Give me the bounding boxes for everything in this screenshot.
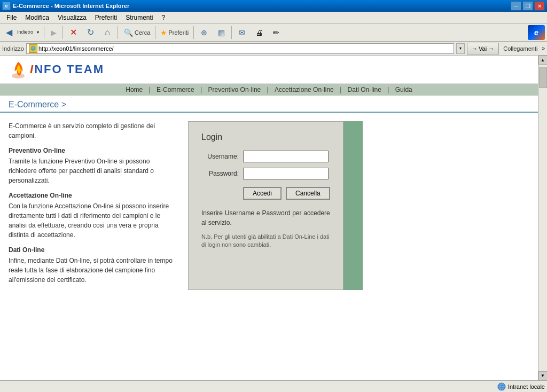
address-input[interactable] bbox=[38, 45, 451, 52]
form-buttons: Accedi Cancella bbox=[243, 187, 330, 200]
back-button[interactable]: ◀ bbox=[2, 25, 16, 40]
menu-strumenti[interactable]: Strumenti bbox=[121, 13, 157, 22]
title-bar-buttons: ─ ❐ ✕ bbox=[511, 1, 545, 11]
address-input-wrap: 🌐 bbox=[26, 43, 454, 54]
ie-title-icon: e bbox=[2, 2, 11, 10]
section3-body: Infine, mediante Dati On-line, si potrà … bbox=[9, 256, 179, 285]
password-label: Password: bbox=[201, 170, 239, 177]
section3-title: Dati On-line bbox=[9, 245, 179, 255]
history-icon: ▦ bbox=[216, 27, 226, 38]
page-icon: 🌐 bbox=[29, 44, 37, 53]
search-button[interactable]: 🔍 Cerca bbox=[120, 25, 153, 40]
print-button[interactable]: 🖨 bbox=[251, 25, 267, 40]
home-icon: ⌂ bbox=[102, 27, 113, 38]
scroll-down-button[interactable]: ▼ bbox=[538, 371, 548, 380]
page-title: E-Commerce > bbox=[9, 100, 66, 109]
address-bar: Indirizzo 🌐 ▾ → Vai → Collegamenti » bbox=[0, 42, 547, 56]
site-nav: Home | E-Commerce | Preventivo On-line |… bbox=[0, 84, 538, 96]
favorites-label: Preferiti bbox=[168, 29, 189, 36]
sep4 bbox=[155, 26, 155, 39]
sep5 bbox=[193, 26, 194, 39]
cancel-button[interactable]: Cancella bbox=[286, 187, 330, 200]
scroll-thumb bbox=[539, 67, 547, 88]
browser-content: INFO TEAM Home | E-Commerce | Preventivo… bbox=[0, 56, 547, 380]
links-expand-button[interactable]: » bbox=[542, 45, 545, 51]
nav-preventivo[interactable]: Preventivo On-line bbox=[204, 86, 265, 93]
favorites-icon: ★ bbox=[160, 28, 167, 37]
nav-ecommerce[interactable]: E-Commerce bbox=[152, 86, 199, 93]
forward-button[interactable]: ▶ bbox=[46, 25, 60, 40]
home-button[interactable]: ⌂ bbox=[99, 25, 115, 40]
go-button[interactable]: → Vai → bbox=[467, 43, 499, 54]
description-text: E-Commerce è un servizio completo di ges… bbox=[9, 121, 179, 140]
history-button[interactable]: ▦ bbox=[213, 25, 229, 40]
media-icon: ⊕ bbox=[199, 27, 209, 38]
go-arrow-icon: → bbox=[472, 45, 478, 52]
go-label: Vai → bbox=[479, 45, 494, 52]
search-icon: 🔍 bbox=[123, 27, 134, 38]
media-button[interactable]: ⊕ bbox=[196, 25, 212, 40]
print-icon: 🖨 bbox=[254, 27, 264, 38]
mail-button[interactable]: ✉ bbox=[234, 25, 250, 40]
minimize-button[interactable]: ─ bbox=[511, 1, 521, 11]
green-sidebar bbox=[343, 121, 363, 290]
edit-icon: ✏ bbox=[271, 27, 282, 38]
login-note1: Inserire Username e Password per acceder… bbox=[201, 208, 330, 228]
refresh-icon: ↻ bbox=[85, 27, 96, 38]
address-label: Indirizzo bbox=[2, 45, 24, 52]
stop-icon: ✕ bbox=[68, 27, 79, 38]
sep6 bbox=[231, 26, 232, 39]
scroll-up-button[interactable]: ▲ bbox=[538, 56, 548, 65]
password-input[interactable] bbox=[243, 168, 329, 179]
refresh-button[interactable]: ↻ bbox=[82, 25, 98, 40]
username-label: Username: bbox=[201, 153, 239, 160]
menu-modifica[interactable]: Modifica bbox=[21, 13, 53, 22]
site-header: INFO TEAM bbox=[0, 56, 538, 84]
edit-button[interactable]: ✏ bbox=[268, 25, 284, 40]
address-dropdown[interactable]: ▾ bbox=[456, 43, 465, 54]
menu-bar: File Modifica Visualizza Preferiti Strum… bbox=[0, 12, 547, 23]
menu-preferiti[interactable]: Preferiti bbox=[91, 13, 121, 22]
section2-body: Con la funzione Accettazione On-line si … bbox=[9, 201, 179, 240]
logo-flame-icon bbox=[9, 60, 28, 79]
left-content: E-Commerce è un servizio completo di ges… bbox=[9, 121, 179, 290]
nav-sep4: | bbox=[340, 86, 343, 93]
menu-help[interactable]: ? bbox=[158, 13, 170, 22]
ie-logo: e bbox=[528, 25, 545, 40]
favorites-button[interactable]: ★ Preferiti bbox=[158, 25, 191, 40]
scroll-track[interactable] bbox=[538, 65, 548, 371]
nav-sep2: | bbox=[200, 86, 204, 93]
back-label: Indietro bbox=[17, 30, 33, 35]
title-bar-text: E-Commerce - Microsoft Internet Explorer bbox=[13, 3, 129, 9]
links-label: Collegamenti bbox=[501, 45, 540, 52]
sep1 bbox=[44, 26, 44, 39]
back-dropdown[interactable]: ▾ bbox=[34, 25, 42, 40]
restore-button[interactable]: ❐ bbox=[522, 1, 533, 11]
logo-text: INFO TEAM bbox=[30, 62, 104, 76]
nav-sep5: | bbox=[387, 86, 390, 93]
nav-dati[interactable]: Dati On-line bbox=[343, 86, 386, 93]
login-button[interactable]: Accedi bbox=[243, 187, 282, 200]
login-box: Login Username: Password: Accedi Cancell… bbox=[188, 121, 343, 290]
nav-accettazione[interactable]: Accettazione On-line bbox=[270, 86, 338, 93]
login-title: Login bbox=[201, 132, 330, 142]
stop-button[interactable]: ✕ bbox=[65, 25, 81, 40]
nav-guida[interactable]: Guida bbox=[391, 86, 417, 93]
username-input[interactable] bbox=[243, 151, 329, 162]
password-row: Password: bbox=[201, 168, 330, 179]
section1-title: Preventivo On-line bbox=[9, 146, 179, 155]
section1-body: Tramite la funzione Preventivo On-line s… bbox=[9, 156, 179, 185]
login-container: Login Username: Password: Accedi Cancell… bbox=[188, 121, 363, 290]
back-btn-group: ◀ Indietro ▾ bbox=[2, 25, 42, 40]
menu-visualizza[interactable]: Visualizza bbox=[53, 13, 91, 22]
page-title-bar: E-Commerce > bbox=[0, 96, 538, 113]
logo-area: INFO TEAM bbox=[9, 60, 529, 79]
sep3 bbox=[118, 26, 118, 39]
scrollbar-right: ▲ ▼ bbox=[538, 56, 547, 380]
close-button[interactable]: ✕ bbox=[534, 1, 545, 11]
toolbar: ◀ Indietro ▾ ▶ ✕ ↻ ⌂ 🔍 Cerca ★ Preferiti… bbox=[0, 23, 547, 42]
main-content: E-Commerce è un servizio completo di ges… bbox=[0, 113, 538, 299]
menu-file[interactable]: File bbox=[2, 13, 21, 22]
nav-home[interactable]: Home bbox=[121, 86, 147, 93]
mail-icon: ✉ bbox=[237, 27, 247, 38]
